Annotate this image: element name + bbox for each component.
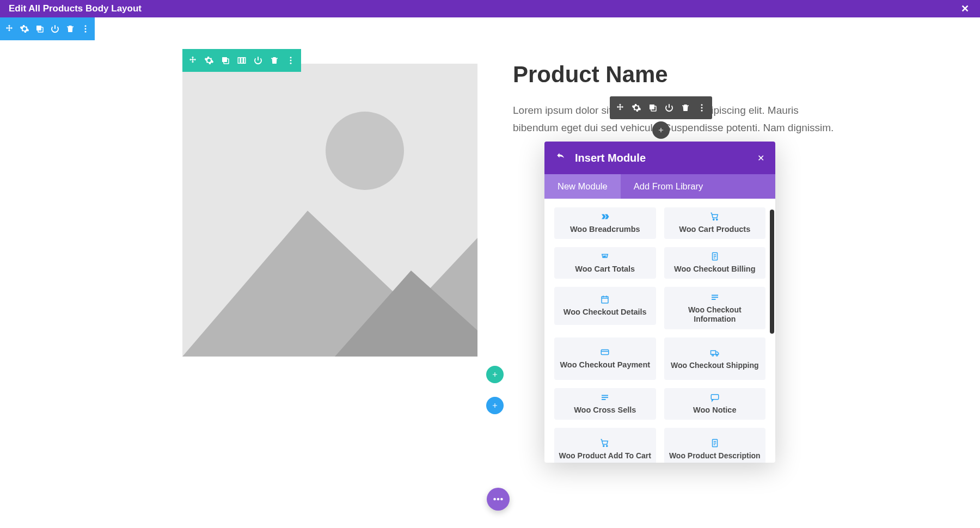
module-label: Woo Product Description [669, 451, 761, 461]
module-toolbar [610, 96, 712, 119]
close-modal-button[interactable]: ✕ [757, 153, 764, 163]
cart-totals-icon [600, 251, 610, 261]
module-card[interactable]: Woo Cross Sells [554, 388, 656, 420]
module-label: Woo Checkout Details [564, 308, 647, 317]
module-card[interactable]: Woo Notice [664, 388, 766, 420]
power-icon[interactable] [253, 56, 263, 65]
add-row-button[interactable] [486, 366, 504, 383]
module-label: Woo Notice [693, 406, 736, 415]
power-icon[interactable] [50, 24, 60, 34]
module-label: Woo Breadcrumbs [570, 225, 640, 234]
svg-point-11 [290, 60, 292, 62]
module-label: Woo Cart Totals [575, 265, 635, 274]
trash-icon[interactable] [270, 56, 279, 65]
duplicate-icon[interactable] [648, 103, 658, 113]
svg-rect-25 [602, 297, 608, 303]
svg-rect-5 [222, 57, 227, 62]
module-label: Woo Checkout Shipping [671, 361, 759, 370]
calendar-icon [600, 294, 610, 304]
add-section-button[interactable] [486, 397, 504, 414]
module-card[interactable]: Woo Checkout Billing [664, 247, 766, 279]
truck-icon [710, 348, 720, 358]
module-label: Woo Checkout Payment [560, 360, 650, 370]
svg-point-22 [713, 219, 714, 220]
duplicate-icon[interactable] [220, 56, 230, 65]
svg-point-21 [701, 110, 703, 112]
message-icon [710, 392, 720, 402]
move-icon[interactable] [4, 24, 14, 34]
svg-rect-30 [710, 351, 715, 354]
svg-point-37 [603, 445, 604, 446]
module-card[interactable]: Woo Checkout Details [554, 287, 656, 325]
svg-point-19 [701, 104, 703, 106]
lines-icon [710, 292, 720, 302]
row-toolbar [182, 49, 301, 72]
section-toolbar [0, 17, 95, 40]
duplicate-icon[interactable] [35, 24, 45, 34]
trash-icon[interactable] [681, 103, 690, 113]
svg-rect-28 [712, 299, 716, 300]
move-icon[interactable] [188, 56, 198, 65]
tab-new-module[interactable]: New Module [544, 174, 621, 199]
svg-point-3 [85, 28, 87, 30]
svg-rect-33 [602, 395, 608, 396]
svg-rect-34 [602, 397, 608, 398]
svg-rect-8 [241, 58, 243, 64]
product-image-placeholder[interactable] [182, 64, 477, 357]
svg-point-20 [701, 107, 703, 109]
breadcrumbs-icon [600, 212, 610, 222]
more-icon[interactable] [286, 56, 296, 65]
columns-icon[interactable] [237, 56, 247, 65]
move-icon[interactable] [615, 103, 625, 113]
svg-rect-36 [711, 395, 719, 400]
tab-add-from-library[interactable]: Add From Library [621, 174, 716, 199]
module-card[interactable]: Woo Checkout Payment [554, 337, 656, 380]
more-icon[interactable] [697, 103, 707, 113]
gear-icon[interactable] [20, 24, 29, 34]
module-grid[interactable]: Woo BreadcrumbsWoo Cart ProductsWoo Cart… [544, 199, 775, 463]
svg-point-4 [85, 31, 87, 33]
svg-point-43 [497, 498, 500, 501]
module-card[interactable]: Woo Breadcrumbs [554, 207, 656, 239]
more-icon[interactable] [81, 24, 90, 34]
module-label: Woo Product Add To Cart [559, 451, 651, 461]
back-arrow-icon[interactable] [555, 151, 566, 164]
svg-rect-9 [244, 58, 246, 64]
trash-icon[interactable] [65, 24, 75, 34]
svg-rect-17 [650, 105, 654, 109]
svg-rect-35 [602, 399, 606, 400]
module-card[interactable]: Woo Cart Products [664, 207, 766, 239]
svg-point-38 [607, 445, 608, 446]
gear-icon[interactable] [632, 103, 641, 113]
module-card[interactable]: Woo Cart Totals [554, 247, 656, 279]
module-card[interactable]: Woo Product Add To Cart [554, 428, 656, 463]
credit-card-icon [600, 347, 610, 357]
svg-point-14 [326, 112, 404, 190]
module-card[interactable]: Woo Checkout Shipping [664, 337, 766, 380]
add-module-button[interactable] [652, 121, 670, 139]
product-name-heading: Product Name [513, 62, 834, 88]
svg-point-12 [290, 63, 292, 64]
module-card[interactable]: Woo Product Description [664, 428, 766, 463]
svg-point-32 [716, 354, 718, 356]
svg-rect-29 [602, 350, 609, 355]
page-settings-fab[interactable] [487, 488, 510, 511]
svg-point-10 [290, 57, 292, 58]
document-icon [710, 251, 720, 261]
lines-icon [600, 392, 610, 402]
svg-rect-27 [712, 297, 718, 298]
svg-point-44 [500, 498, 503, 501]
svg-point-42 [493, 498, 496, 501]
insert-module-modal: Insert Module ✕ New Module Add From Libr… [544, 142, 775, 463]
svg-rect-7 [238, 58, 240, 64]
svg-rect-0 [36, 26, 41, 30]
svg-rect-26 [712, 295, 718, 296]
page-title: Edit All Products Body Layout [9, 3, 142, 14]
module-card[interactable]: Woo Checkout Information [664, 287, 766, 329]
gear-icon[interactable] [204, 56, 214, 65]
module-label: Woo Cart Products [679, 225, 750, 234]
scrollbar-thumb[interactable] [770, 210, 774, 334]
close-editor-button[interactable]: ✕ [959, 3, 971, 15]
cart-icon [710, 212, 720, 222]
power-icon[interactable] [664, 103, 674, 113]
